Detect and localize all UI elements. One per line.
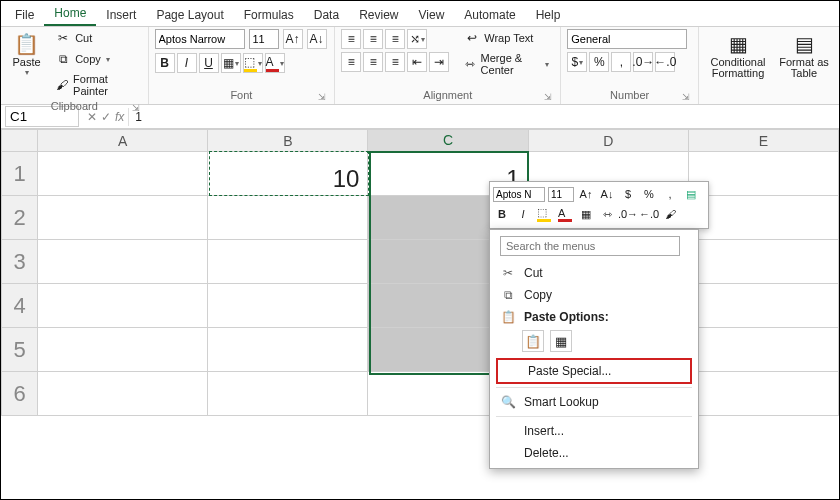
col-header-c[interactable]: C <box>368 130 528 152</box>
cell-e6[interactable] <box>688 372 838 416</box>
italic-button[interactable]: I <box>514 205 532 223</box>
row-header-5[interactable]: 5 <box>2 328 38 372</box>
decrease-indent-icon[interactable]: ⇤ <box>407 52 427 72</box>
dialog-launcher-icon[interactable]: ⇲ <box>132 101 140 115</box>
decrease-font-icon[interactable]: A↓ <box>598 185 616 203</box>
col-header-a[interactable]: A <box>38 130 208 152</box>
format-painter-button[interactable]: 🖌Format Painter <box>50 71 141 99</box>
borders-button[interactable]: ▦ <box>577 205 595 223</box>
cell-a6[interactable] <box>38 372 208 416</box>
format-painter-icon[interactable]: 🖌 <box>661 205 679 223</box>
format-preset-icon[interactable]: ▤ <box>682 185 700 203</box>
cell-e1[interactable] <box>688 152 838 196</box>
decrease-font-icon[interactable]: A↓ <box>307 29 327 49</box>
col-header-e[interactable]: E <box>688 130 838 152</box>
align-top-icon[interactable]: ≡ <box>341 29 361 49</box>
font-color-button[interactable]: A <box>556 205 574 223</box>
menu-search-input[interactable] <box>500 236 680 256</box>
cell-a5[interactable] <box>38 328 208 372</box>
increase-font-icon[interactable]: A↑ <box>283 29 303 49</box>
dialog-launcher-icon[interactable]: ⇲ <box>682 90 690 104</box>
wrap-text-button[interactable]: ↩Wrap Text <box>459 29 554 47</box>
tab-view[interactable]: View <box>409 4 455 26</box>
percent-icon[interactable]: % <box>640 185 658 203</box>
underline-button[interactable]: U <box>199 53 219 73</box>
tab-page-layout[interactable]: Page Layout <box>146 4 233 26</box>
copy-button[interactable]: ⧉Copy▾ <box>50 50 141 68</box>
cell-e5[interactable] <box>688 328 838 372</box>
increase-indent-icon[interactable]: ⇥ <box>429 52 449 72</box>
italic-button[interactable]: I <box>177 53 197 73</box>
col-header-b[interactable]: B <box>208 130 368 152</box>
accounting-format-icon[interactable]: $▾ <box>567 52 587 72</box>
tab-review[interactable]: Review <box>349 4 408 26</box>
menu-smart-lookup[interactable]: 🔍Smart Lookup <box>490 391 698 413</box>
increase-decimal-icon[interactable]: .0→ <box>619 205 637 223</box>
increase-decimal-icon[interactable]: .0→ <box>633 52 653 72</box>
align-right-icon[interactable]: ≡ <box>385 52 405 72</box>
cell-b4[interactable] <box>208 284 368 328</box>
cell-b2[interactable] <box>208 196 368 240</box>
orientation-icon[interactable]: ⤭▾ <box>407 29 427 49</box>
cell-a3[interactable] <box>38 240 208 284</box>
cell-b3[interactable] <box>208 240 368 284</box>
borders-button[interactable]: ▦▾ <box>221 53 241 73</box>
align-left-icon[interactable]: ≡ <box>341 52 361 72</box>
select-all-corner[interactable] <box>2 130 38 152</box>
menu-delete[interactable]: Delete... <box>490 442 698 464</box>
dialog-launcher-icon[interactable]: ⇲ <box>318 90 326 104</box>
cell-b1[interactable]: 10 <box>208 152 368 196</box>
row-header-2[interactable]: 2 <box>2 196 38 240</box>
comma-format-icon[interactable]: , <box>611 52 631 72</box>
format-as-table-button[interactable]: ▤ Format as Table <box>775 29 833 79</box>
formula-input[interactable]: 1 <box>128 108 839 126</box>
row-header-1[interactable]: 1 <box>2 152 38 196</box>
menu-insert[interactable]: Insert... <box>490 420 698 442</box>
dialog-launcher-icon[interactable]: ⇲ <box>544 90 552 104</box>
font-color-button[interactable]: A▾ <box>265 53 285 73</box>
cell-a2[interactable] <box>38 196 208 240</box>
decrease-decimal-icon[interactable]: ←.0 <box>640 205 658 223</box>
paste-option-default[interactable]: 📋 <box>522 330 544 352</box>
conditional-formatting-button[interactable]: ▦ Conditional Formatting <box>705 29 771 79</box>
mini-font-size[interactable] <box>548 187 574 202</box>
increase-font-icon[interactable]: A↑ <box>577 185 595 203</box>
cell-b6[interactable] <box>208 372 368 416</box>
tab-automate[interactable]: Automate <box>454 4 525 26</box>
row-header-4[interactable]: 4 <box>2 284 38 328</box>
align-middle-icon[interactable]: ≡ <box>363 29 383 49</box>
font-size-select[interactable] <box>249 29 279 49</box>
fill-color-button[interactable]: ⬚ <box>535 205 553 223</box>
menu-paste-special[interactable]: Paste Special... <box>498 360 690 382</box>
cell-e2[interactable] <box>688 196 838 240</box>
bold-button[interactable]: B <box>155 53 175 73</box>
row-header-6[interactable]: 6 <box>2 372 38 416</box>
paste-option-values[interactable]: ▦ <box>550 330 572 352</box>
percent-format-icon[interactable]: % <box>589 52 609 72</box>
number-format-select[interactable] <box>567 29 687 49</box>
align-bottom-icon[interactable]: ≡ <box>385 29 405 49</box>
cut-button[interactable]: ✂Cut <box>50 29 141 47</box>
tab-home[interactable]: Home <box>44 2 96 26</box>
font-name-select[interactable] <box>155 29 245 49</box>
fill-color-button[interactable]: ⬚▾ <box>243 53 263 73</box>
menu-cut[interactable]: ✂Cut <box>490 262 698 284</box>
col-header-d[interactable]: D <box>528 130 688 152</box>
merge-icon[interactable]: ⇿ <box>598 205 616 223</box>
merge-center-button[interactable]: ⇿Merge & Center▾ <box>459 50 554 78</box>
decrease-decimal-icon[interactable]: ←.0 <box>655 52 675 72</box>
bold-button[interactable]: B <box>493 205 511 223</box>
tab-data[interactable]: Data <box>304 4 349 26</box>
tab-formulas[interactable]: Formulas <box>234 4 304 26</box>
cell-b5[interactable] <box>208 328 368 372</box>
cell-a1[interactable] <box>38 152 208 196</box>
tab-insert[interactable]: Insert <box>96 4 146 26</box>
align-center-icon[interactable]: ≡ <box>363 52 383 72</box>
row-header-3[interactable]: 3 <box>2 240 38 284</box>
mini-font-name[interactable] <box>493 187 545 202</box>
comma-icon[interactable]: , <box>661 185 679 203</box>
tab-file[interactable]: File <box>5 4 44 26</box>
cell-e4[interactable] <box>688 284 838 328</box>
cell-e3[interactable] <box>688 240 838 284</box>
menu-copy[interactable]: ⧉Copy <box>490 284 698 306</box>
